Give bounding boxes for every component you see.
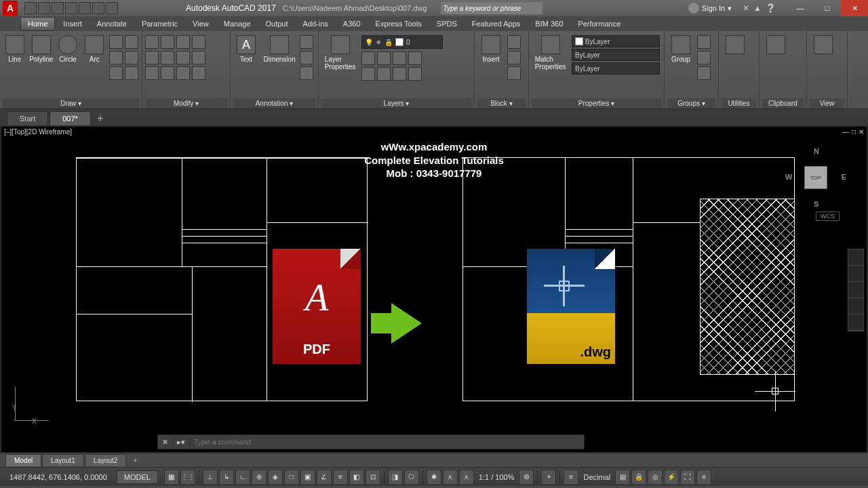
text-button[interactable]: AText <box>233 35 259 63</box>
tab-output[interactable]: Output <box>259 18 295 30</box>
snap-toggle[interactable]: ⋮⋮ <box>180 470 195 485</box>
vp-minimize-button[interactable]: — <box>842 128 849 136</box>
app-logo[interactable]: A <box>3 1 18 16</box>
qat-redo-icon[interactable] <box>106 2 118 14</box>
a360-icon[interactable]: ▲ <box>753 3 762 13</box>
explode-button[interactable] <box>192 51 205 64</box>
quick-properties[interactable]: ▤ <box>615 470 630 485</box>
tab-featured-apps[interactable]: Featured Apps <box>465 18 528 30</box>
stretch-button[interactable] <box>145 66 159 80</box>
close-button[interactable]: ✕ <box>841 0 868 16</box>
layer-small-button[interactable] <box>361 67 375 81</box>
tab-home[interactable]: Home <box>20 17 55 30</box>
cmd-close-button[interactable]: ✕ <box>158 438 173 447</box>
color-combo[interactable]: ByLayer <box>572 35 660 47</box>
osnap-toggle[interactable]: □ <box>284 470 299 485</box>
vp-maximize-button[interactable]: □ <box>852 128 856 136</box>
qat-plot-icon[interactable] <box>79 2 91 14</box>
annotation-scale[interactable]: ⋏ <box>459 470 474 485</box>
tab-layout1[interactable]: Layout1 <box>42 454 84 466</box>
panel-title-properties[interactable]: Properties ▾ <box>532 98 661 108</box>
circle-button[interactable]: Circle <box>56 35 79 63</box>
qat-save-icon[interactable] <box>52 2 64 14</box>
coordinates[interactable]: 1487.8442, 676.1406, 0.0000 <box>0 473 117 481</box>
view-button[interactable] <box>810 35 837 54</box>
panel-title-modify[interactable]: Modify ▾ <box>145 98 227 108</box>
annotation-visibility[interactable]: ✱ <box>427 470 441 485</box>
tab-model[interactable]: Model <box>5 454 41 466</box>
draw-small-button[interactable] <box>125 35 138 49</box>
infer-constraints-toggle[interactable]: ⊥ <box>203 470 218 485</box>
qat-open-icon[interactable] <box>38 2 50 14</box>
erase-button[interactable] <box>192 35 205 49</box>
viewcube[interactable]: N S E W TOP <box>785 147 846 208</box>
group-small-button[interactable] <box>697 51 711 64</box>
tab-add-button[interactable]: + <box>92 112 108 125</box>
draw-small-button[interactable] <box>109 51 123 64</box>
anno-small-button[interactable] <box>300 51 313 64</box>
vp-close-button[interactable]: ✕ <box>859 128 864 136</box>
layer-combo[interactable]: 💡☀🔒0 <box>361 35 443 49</box>
viewcube-face[interactable]: TOP <box>804 166 827 189</box>
wcs-label[interactable]: WCS <box>816 211 840 221</box>
tab-express-tools[interactable]: Express Tools <box>369 18 429 30</box>
tab-current-file[interactable]: 007* <box>50 111 91 125</box>
nav-orbit-button[interactable] <box>848 298 865 314</box>
layer-small-button[interactable] <box>408 52 422 65</box>
annotation-monitor[interactable]: + <box>541 470 556 485</box>
customize-button[interactable]: ≡ <box>696 470 711 485</box>
block-small-button[interactable] <box>507 51 521 64</box>
tab-insert[interactable]: Insert <box>56 18 89 30</box>
command-input[interactable] <box>190 438 584 446</box>
ortho-toggle[interactable]: ∟ <box>235 470 250 485</box>
grid-toggle[interactable]: ▦ <box>164 470 179 485</box>
layer-small-button[interactable] <box>361 52 375 65</box>
qat-saveas-icon[interactable] <box>65 2 77 14</box>
otrack-toggle[interactable]: ∠ <box>317 470 332 485</box>
nav-zoom-button[interactable] <box>848 282 865 298</box>
rotate-button[interactable] <box>161 35 174 49</box>
viewcube-east[interactable]: E <box>842 173 846 181</box>
workspace-switching[interactable]: ⚙ <box>519 470 534 485</box>
tab-manage[interactable]: Manage <box>217 18 258 30</box>
tab-addins[interactable]: Add-ins <box>296 18 335 30</box>
tab-parametric[interactable]: Parametric <box>135 18 184 30</box>
units-button[interactable]: ≡ <box>564 470 578 485</box>
anno-small-button[interactable] <box>300 66 313 80</box>
isoplane-toggle[interactable]: ◈ <box>268 470 283 485</box>
anno-small-button[interactable] <box>300 35 313 49</box>
match-properties-button[interactable]: Match Properties <box>532 35 569 70</box>
draw-small-button[interactable] <box>109 35 123 49</box>
arc-button[interactable]: Arc <box>83 35 106 63</box>
scale-button[interactable] <box>161 66 174 80</box>
copy-button[interactable] <box>145 51 159 64</box>
block-small-button[interactable] <box>507 66 521 80</box>
line-button[interactable]: Line <box>3 35 26 63</box>
selection-cycling-toggle[interactable]: ⊡ <box>366 470 380 485</box>
panel-title-layers[interactable]: Layers ▾ <box>321 98 471 108</box>
panel-title-block[interactable]: Block ▾ <box>477 98 526 108</box>
transparency-toggle[interactable]: ◧ <box>349 470 364 485</box>
lock-ui[interactable]: 🔒 <box>631 470 646 485</box>
panel-title-annotation[interactable]: Annotation ▾ <box>233 98 315 108</box>
offset-button[interactable] <box>192 66 205 80</box>
move-button[interactable] <box>145 35 159 49</box>
qat-undo-icon[interactable] <box>92 2 104 14</box>
tab-performance[interactable]: Performance <box>571 18 627 30</box>
nav-wheel-button[interactable] <box>848 249 865 266</box>
panel-title-draw[interactable]: Draw ▾ <box>3 98 139 108</box>
viewport-label[interactable]: [–][Top][2D Wireframe] <box>4 128 72 136</box>
3dosnap-toggle[interactable]: ▣ <box>300 470 315 485</box>
panel-title-utilities[interactable]: Utilities <box>722 98 756 108</box>
autoscale-toggle[interactable]: ⋏ <box>443 470 458 485</box>
group-small-button[interactable] <box>697 35 711 49</box>
panel-title-view[interactable]: View <box>810 98 844 108</box>
viewcube-west[interactable]: W <box>785 173 792 181</box>
dynamic-input-toggle[interactable]: ↳ <box>219 470 234 485</box>
viewcube-north[interactable]: N <box>814 147 819 155</box>
layer-properties-button[interactable]: Layer Properties <box>321 35 359 70</box>
fillet-button[interactable] <box>176 51 190 64</box>
insert-button[interactable]: Insert <box>477 35 505 63</box>
tab-bim360[interactable]: BIM 360 <box>528 18 570 30</box>
dimension-button[interactable]: Dimension <box>262 35 297 63</box>
